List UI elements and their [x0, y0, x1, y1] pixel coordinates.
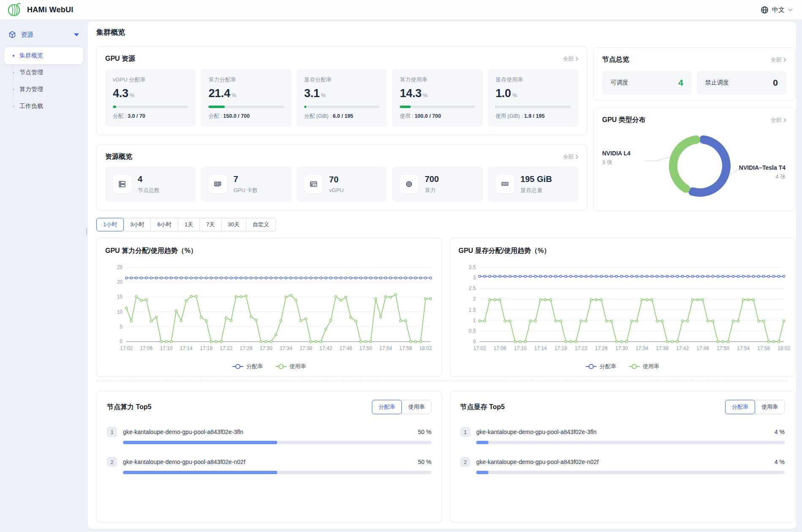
stat-label: 显存分配率: [304, 76, 379, 84]
gpu-card-icon: [208, 175, 227, 193]
legend-label: 使用率: [643, 363, 659, 370]
progress-bar: [113, 106, 188, 108]
main-panel: 集群概览 GPU 资源 全部 vGPU 分配率 4.3% 分配 :3.0 / 7…: [88, 22, 796, 529]
toggle-alloc-button[interactable]: 分配率: [372, 400, 402, 414]
svg-text:17:26: 17:26: [240, 345, 252, 351]
donut-label-left: NVIDIA L4 3 张: [602, 150, 630, 166]
svg-text:17:22: 17:22: [220, 345, 232, 351]
sidebar-resize-handle[interactable]: [86, 228, 87, 235]
chart-legend: 分配率使用率: [458, 362, 786, 371]
legend-label: 分配率: [600, 363, 616, 370]
svg-text:17:34: 17:34: [636, 345, 648, 351]
unschedulable-value: 0: [773, 78, 778, 88]
svg-text:17:02: 17:02: [473, 345, 486, 351]
svg-text:17:26: 17:26: [595, 345, 608, 351]
toggle-usage-button[interactable]: 使用率: [755, 400, 785, 414]
tab-30d[interactable]: 30天: [221, 218, 246, 231]
legend-label: 分配率: [246, 363, 263, 370]
legend-marker-icon: [629, 364, 640, 369]
card-title: GPU 资源: [105, 54, 135, 63]
sidebar-item-node-management[interactable]: 节点管理: [4, 64, 83, 81]
legend-label: 使用率: [289, 363, 306, 370]
chevron-right-icon: [576, 57, 578, 61]
card-title: 资源概览: [105, 152, 132, 161]
rank-badge: 2: [460, 457, 470, 467]
sidebar-item-cluster-overview[interactable]: 集群概览: [4, 47, 83, 64]
node-name: gke-kantaloupe-demo-gpu-pool-a843f02e-n0…: [476, 459, 599, 465]
memory-trend-chart[interactable]: 00.511.522.533.517:0217:0617:1017:1417:1…: [458, 262, 786, 360]
svg-text:18:02: 18:02: [419, 345, 432, 351]
svg-text:17:18: 17:18: [554, 345, 567, 351]
sidebar-item-label: 集群概览: [19, 52, 43, 60]
tab-3h[interactable]: 3小时: [123, 218, 151, 231]
legend-item[interactable]: 使用率: [629, 363, 659, 370]
sidebar-item-workloads[interactable]: 工作负载: [4, 98, 83, 115]
schedulable-tile: 可调度 4: [602, 71, 692, 95]
svg-text:17:10: 17:10: [160, 345, 172, 351]
legend-item[interactable]: 使用率: [276, 363, 306, 370]
stat-value: 14.3: [400, 87, 421, 100]
view-all-link[interactable]: 全部: [563, 55, 578, 63]
node-bar: [476, 441, 785, 444]
view-all-link[interactable]: 全部: [771, 56, 786, 64]
svg-text:25: 25: [117, 264, 123, 270]
stat-vgpu-alloc: vGPU 分配率 4.3% 分配 :3.0 / 70: [105, 69, 196, 127]
tab-7d[interactable]: 7天: [199, 218, 221, 231]
time-range-tabs: 1小时 3小时 6小时 1天 7天 30天 自定义: [96, 218, 276, 231]
sidebar-item-compute-management[interactable]: 算力管理: [4, 81, 83, 98]
tile-vgpu: 70 vGPU: [297, 166, 387, 202]
svg-text:17:42: 17:42: [676, 345, 689, 351]
stat-label: 算力分配率: [208, 76, 284, 84]
sidebar-item-label: 工作负载: [19, 103, 43, 110]
tab-6h[interactable]: 6小时: [150, 218, 178, 231]
legend-item[interactable]: 分配率: [586, 363, 616, 370]
tile-value: 195 GiB: [521, 174, 552, 184]
tile-label: GPU 卡数: [233, 187, 258, 194]
tab-1h[interactable]: 1小时: [96, 218, 124, 231]
svg-text:3: 3: [473, 275, 476, 281]
view-all-link[interactable]: 全部: [771, 117, 786, 124]
tab-custom[interactable]: 自定义: [246, 218, 276, 231]
stat-detail: 使用 :100.0 / 700: [400, 113, 475, 120]
legend-item[interactable]: 分配率: [232, 363, 263, 370]
compute-trend-card: GPU 算力分配/使用趋势（%） 051015202517:0217:0617:…: [96, 238, 442, 377]
svg-text:5: 5: [120, 324, 123, 330]
memory-icon: [496, 175, 514, 193]
node-icon: [113, 175, 131, 193]
donut-label-right: NVIDIA–Tesla T4 4 张: [739, 164, 786, 181]
hami-logo-icon: [7, 2, 22, 17]
stat-detail: 分配 (GiB) :6.0 / 195: [304, 113, 379, 120]
card-title: GPU 类型分布: [602, 116, 646, 125]
chevron-down-icon: [788, 8, 793, 11]
progress-bar: [304, 106, 379, 108]
svg-text:1: 1: [473, 318, 476, 323]
legend-marker-icon: [232, 364, 243, 369]
progress-bar: [496, 106, 571, 108]
tab-1d[interactable]: 1天: [178, 218, 200, 231]
toggle-alloc-button[interactable]: 分配率: [725, 400, 755, 414]
svg-text:2.5: 2.5: [469, 285, 476, 291]
sidebar-group-resources[interactable]: 资源: [4, 28, 83, 41]
svg-text:17:06: 17:06: [140, 345, 153, 351]
svg-text:20: 20: [117, 279, 123, 285]
svg-text:17:58: 17:58: [399, 345, 412, 351]
svg-text:17:30: 17:30: [259, 345, 272, 351]
language-selector[interactable]: 中文: [761, 0, 793, 19]
stat-compute-usage: 算力使用率 14.3% 使用 :100.0 / 700: [392, 69, 483, 127]
svg-text:15: 15: [117, 294, 123, 300]
toggle-usage-button[interactable]: 使用率: [401, 400, 431, 414]
node-value: 50 %: [418, 459, 431, 465]
svg-text:17:46: 17:46: [339, 345, 352, 351]
progress-bar: [208, 106, 284, 108]
svg-text:18:02: 18:02: [777, 345, 790, 351]
svg-text:17:38: 17:38: [656, 345, 668, 351]
stat-value: 1.0: [496, 87, 511, 100]
gpu-type-donut-chart[interactable]: NVIDIA L4 3 张 NVIDIA–Tesla T4 4 张: [602, 127, 786, 205]
tile-compute: 700 算力: [392, 166, 483, 202]
view-all-link[interactable]: 全部: [563, 153, 578, 161]
stat-memory-alloc: 显存分配率 3.1% 分配 (GiB) :6.0 / 195: [297, 69, 387, 127]
sidebar-group-label: 资源: [21, 31, 33, 39]
node-value: 50 %: [418, 429, 431, 435]
compute-trend-chart[interactable]: 051015202517:0217:0617:1017:1417:1817:22…: [105, 262, 433, 360]
topbar: HAMi WebUI 中文: [0, 0, 802, 19]
